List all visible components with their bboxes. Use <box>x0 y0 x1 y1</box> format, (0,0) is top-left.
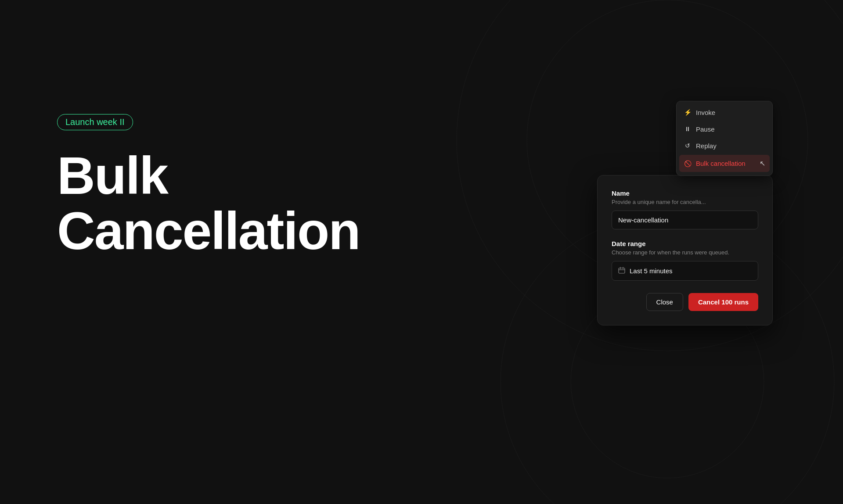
close-button[interactable]: Close <box>646 293 683 311</box>
name-input[interactable] <box>612 211 758 229</box>
launch-badge: Launch week II <box>57 114 133 130</box>
badge-label: Launch week II <box>65 117 125 127</box>
cursor-indicator: ↖ <box>760 159 765 168</box>
menu-item-invoke[interactable]: ⚡ Invoke <box>677 104 772 121</box>
modal-actions: Close Cancel 100 runs <box>612 293 758 311</box>
date-range-input[interactable]: Last 5 minutes <box>612 261 758 281</box>
menu-item-bulk-cancellation[interactable]: 🚫 Bulk cancellation ↖ <box>679 155 770 172</box>
menu-item-pause-label: Pause <box>696 125 715 133</box>
dropdown-menu: ⚡ Invoke ⏸ Pause ↺ Replay 🚫 Bulk cancell… <box>676 101 773 176</box>
menu-item-pause[interactable]: ⏸ Pause <box>677 121 772 137</box>
cancel-runs-button[interactable]: Cancel 100 runs <box>688 293 758 311</box>
hero-line1: Bulk <box>57 146 168 205</box>
hero-section: Launch week II Bulk Cancellation <box>57 114 360 258</box>
calendar-icon <box>618 267 625 275</box>
svg-rect-4 <box>619 268 625 273</box>
hero-title: Bulk Cancellation <box>57 148 360 258</box>
replay-icon: ↺ <box>684 142 692 150</box>
bulk-cancellation-icon: 🚫 <box>684 160 692 168</box>
invoke-icon: ⚡ <box>684 108 692 116</box>
hero-line2: Cancellation <box>57 201 360 260</box>
menu-item-replay[interactable]: ↺ Replay <box>677 137 772 154</box>
date-range-value: Last 5 minutes <box>630 267 673 275</box>
name-field-label: Name <box>612 189 758 197</box>
menu-item-invoke-label: Invoke <box>696 109 715 116</box>
right-panel: ⚡ Invoke ⏸ Pause ↺ Replay 🚫 Bulk cancell… <box>597 101 773 325</box>
date-field-sublabel: Choose range for when the runs were queu… <box>612 249 758 256</box>
menu-item-bulk-label: Bulk cancellation <box>696 160 746 167</box>
name-field-sublabel: Provide a unique name for cancella... <box>612 199 758 205</box>
menu-item-replay-label: Replay <box>696 142 717 150</box>
pause-icon: ⏸ <box>684 125 692 133</box>
date-field-label: Date range <box>612 240 758 247</box>
bulk-cancellation-modal: Name Provide a unique name for cancella.… <box>597 175 773 325</box>
